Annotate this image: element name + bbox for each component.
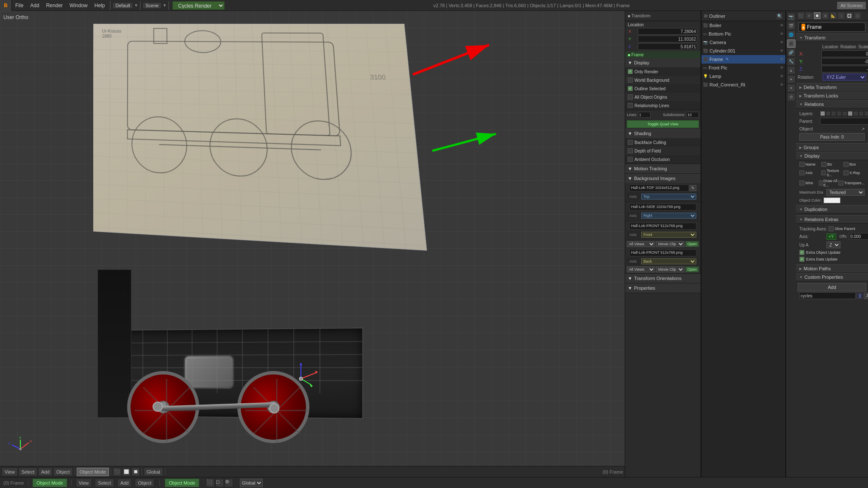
relations-section-header[interactable]: ▼ Relations	[796, 100, 868, 108]
texture-s-checkbox[interactable]	[821, 170, 826, 175]
frame-eye[interactable]: 👁	[780, 57, 784, 61]
api-btn[interactable]: API	[864, 293, 868, 299]
obj-icon-2[interactable]: ≡	[806, 12, 812, 19]
only-render-checkbox[interactable]	[628, 69, 633, 74]
blender-logo[interactable]: B	[0, 0, 12, 11]
global-select[interactable]: Global	[240, 479, 263, 487]
loc-x-input[interactable]	[638, 28, 697, 35]
prop-icon-data[interactable]: ▲	[787, 66, 796, 75]
cylinder-eye[interactable]: 👁	[780, 49, 784, 53]
layer-5[interactable]	[842, 111, 847, 116]
obj-icon-8[interactable]: ◻	[854, 12, 861, 19]
prop-icon-physics[interactable]: ⚙	[787, 93, 796, 101]
motion-tracking-header[interactable]: ▼ Motion Tracking	[625, 164, 701, 173]
status-view-btn[interactable]: View	[76, 479, 92, 487]
outline-selected-checkbox[interactable]	[628, 86, 633, 91]
status-icon-2[interactable]: ◻	[215, 479, 224, 487]
select-menu-btn[interactable]: Select	[19, 468, 38, 476]
name-checkbox[interactable]	[799, 162, 804, 167]
xray-checkbox[interactable]	[843, 170, 849, 175]
depth-of-field-checkbox[interactable]	[628, 148, 633, 153]
object-name-input[interactable]	[807, 24, 868, 30]
groups-section-header[interactable]: ▶ Groups	[796, 143, 868, 152]
object-menu-btn[interactable]: Object	[53, 468, 73, 476]
rotation-type-select[interactable]: XYZ Euler	[823, 74, 866, 80]
front-pic-eye[interactable]: 👁	[780, 66, 784, 70]
status-icon-3[interactable]: ⚙	[225, 479, 233, 487]
boiler-eye[interactable]: 👁	[780, 23, 784, 28]
render-engine-selector[interactable]: Cycles Render Blender Render	[172, 1, 225, 10]
duplication-section-header[interactable]: ▼ Duplication	[796, 205, 868, 214]
custom-props-header[interactable]: ▼ Custom Properties	[796, 273, 868, 281]
loc-y-transform[interactable]	[821, 58, 868, 65]
subdivisions-input[interactable]	[686, 112, 699, 118]
outliner-search-btn[interactable]: 🔍	[776, 13, 783, 19]
layer-9[interactable]	[864, 111, 868, 116]
obj-icon-7[interactable]: 🔳	[846, 12, 853, 19]
status-object-mode-btn-2[interactable]: Object Mode	[165, 479, 199, 487]
parent-input[interactable]	[820, 118, 868, 125]
axis-value-btn[interactable]: +Y	[826, 233, 836, 240]
layer-6[interactable]	[848, 111, 853, 116]
bg-image-3-axis-select[interactable]: Front	[641, 232, 696, 238]
layer-8[interactable]	[859, 111, 864, 116]
status-object-btn[interactable]: Object	[135, 479, 154, 487]
menu-add[interactable]: Add	[27, 0, 42, 11]
layer-7[interactable]	[853, 111, 858, 116]
add-menu-btn[interactable]: Add	[38, 468, 53, 476]
lines-input[interactable]	[638, 112, 651, 118]
prop-icon-materials[interactable]: ●	[787, 75, 796, 83]
outliner-item-rod[interactable]: ⬛ Rod_Connect_Rt 👁	[701, 80, 785, 89]
wire-checkbox[interactable]	[799, 180, 804, 186]
max-draw-select[interactable]: Textured Solid Wire Bounds	[826, 189, 865, 196]
bg-image-2-axis-select[interactable]: Right	[641, 213, 696, 219]
menu-file[interactable]: File	[12, 0, 27, 11]
open-btn-1[interactable]: Open	[685, 241, 699, 247]
loc-y-input[interactable]	[638, 36, 697, 42]
obj-icon-1[interactable]: ⬛	[798, 12, 804, 19]
status-icon-1[interactable]: ⬛	[206, 479, 214, 487]
viewport-3d[interactable]: User Ortho	[0, 11, 625, 477]
bo-checkbox[interactable]	[821, 162, 826, 167]
display-section-header[interactable]: ▼ Display	[796, 152, 868, 160]
outliner-item-camera[interactable]: 📷 Camera 👁	[701, 38, 785, 47]
world-background-checkbox[interactable]	[628, 78, 633, 83]
outliner-item-bottom-pic[interactable]: ▭ Bottom Pic 👁	[701, 30, 785, 38]
obj-color-swatch[interactable]	[823, 197, 840, 203]
prop-icon-constraints[interactable]: 🔗	[787, 48, 796, 57]
backface-culling-checkbox[interactable]	[628, 140, 633, 145]
menu-render[interactable]: Render	[43, 0, 66, 11]
properties-header[interactable]: ▼ Properties	[625, 283, 701, 293]
camera-eye[interactable]: 👁	[780, 40, 784, 44]
outliner-item-cylinder[interactable]: ⬛ Cylinder.001 👁	[701, 47, 785, 55]
menu-help[interactable]: Help	[91, 0, 108, 11]
object-mode-btn[interactable]: Object Mode	[77, 468, 109, 476]
box-checkbox[interactable]	[843, 162, 849, 167]
offs-input[interactable]	[849, 233, 868, 240]
prop-icon-object[interactable]: ⬛	[787, 39, 796, 48]
toggle-quad-btn[interactable]: Toggle Quad View	[627, 120, 699, 128]
wire-mode-btn[interactable]: ⬜	[122, 468, 131, 476]
pass-index-btn[interactable]: Pass Inde: 0	[799, 133, 865, 141]
api-identifier-input[interactable]	[799, 292, 856, 299]
display-header[interactable]: ▼ Display	[625, 58, 701, 67]
view-select-2[interactable]: All Views	[627, 266, 655, 272]
layer-2[interactable]	[826, 111, 831, 116]
extra-data-update-checkbox[interactable]	[799, 257, 804, 262]
layer-3[interactable]	[831, 111, 836, 116]
motion-paths-section-header[interactable]: ▶ Motion Paths	[796, 264, 868, 273]
transform-section-header[interactable]: ▼ Transform	[796, 33, 868, 42]
slow-parent-checkbox[interactable]	[829, 226, 834, 231]
status-select-btn[interactable]: Select	[95, 479, 114, 487]
up-a-select[interactable]: Z X Y	[826, 241, 840, 248]
editor-type-selector[interactable]: Default	[112, 2, 133, 9]
global-select-btn[interactable]: Global	[144, 468, 163, 476]
prop-icon-scene[interactable]: 🎬	[787, 22, 796, 30]
prop-icon-particles[interactable]: ✦	[787, 84, 796, 92]
delta-transform-header[interactable]: ▶ Delta Transform	[796, 83, 868, 92]
prop-icon-world[interactable]: 🌐	[787, 30, 796, 39]
object-arrow-icon[interactable]: ↗	[861, 127, 865, 131]
status-add-btn[interactable]: Add	[117, 479, 132, 487]
axis-checkbox[interactable]	[799, 170, 804, 175]
loc-z-transform[interactable]	[821, 66, 868, 72]
